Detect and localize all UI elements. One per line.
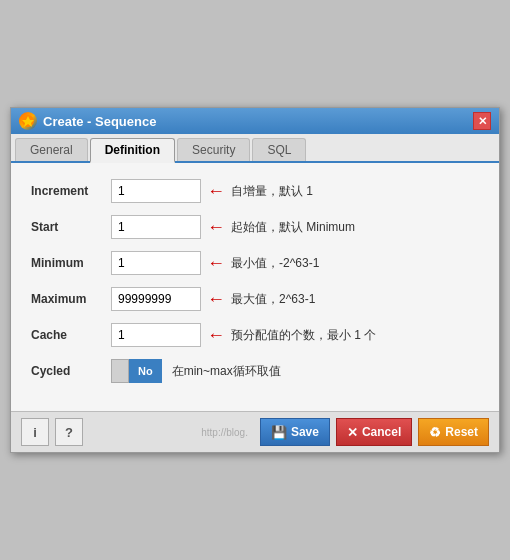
reset-label: Reset xyxy=(445,425,478,439)
dialog: Create - Sequence ✕ General Definition S… xyxy=(10,107,500,453)
cycled-annotation: 在min~max循环取值 xyxy=(172,363,281,380)
start-input[interactable] xyxy=(111,215,201,239)
cache-input[interactable] xyxy=(111,323,201,347)
minimum-annotation: 最小值，-2^63-1 xyxy=(231,255,319,272)
start-row: Start ← 起始值，默认 Minimum xyxy=(31,215,479,239)
footer: i ? http://blog. 💾 Save ✕ Cancel ♻ Reset xyxy=(11,411,499,452)
increment-row: Increment ← 自增量，默认 1 xyxy=(31,179,479,203)
minimum-input-area: ← 最小值，-2^63-1 xyxy=(111,251,479,275)
cycled-row: Cycled No 在min~max循环取值 xyxy=(31,359,479,383)
cancel-icon: ✕ xyxy=(347,425,358,440)
cycled-input-area: No 在min~max循环取值 xyxy=(111,359,479,383)
app-icon xyxy=(19,112,37,130)
cache-arrow-icon: ← xyxy=(207,325,225,346)
start-label: Start xyxy=(31,220,111,234)
help-button[interactable]: ? xyxy=(55,418,83,446)
maximum-input-area: ← 最大值，2^63-1 xyxy=(111,287,479,311)
increment-input-area: ← 自增量，默认 1 xyxy=(111,179,479,203)
content-area: Increment ← 自增量，默认 1 Start ← 起始值，默认 Mini… xyxy=(11,163,499,411)
minimum-arrow-icon: ← xyxy=(207,253,225,274)
reset-button[interactable]: ♻ Reset xyxy=(418,418,489,446)
tab-definition[interactable]: Definition xyxy=(90,138,175,163)
footer-url: http://blog. xyxy=(201,427,248,438)
save-icon: 💾 xyxy=(271,425,287,440)
cancel-label: Cancel xyxy=(362,425,401,439)
start-arrow-icon: ← xyxy=(207,217,225,238)
cycled-toggle: No xyxy=(111,359,162,383)
cycled-label: Cycled xyxy=(31,364,111,378)
cache-label: Cache xyxy=(31,328,111,342)
maximum-input[interactable] xyxy=(111,287,201,311)
cycled-no-button[interactable]: No xyxy=(129,359,162,383)
dialog-title: Create - Sequence xyxy=(43,114,473,129)
cancel-button[interactable]: ✕ Cancel xyxy=(336,418,412,446)
cache-annotation: 预分配值的个数，最小 1 个 xyxy=(231,327,376,344)
save-label: Save xyxy=(291,425,319,439)
cache-row: Cache ← 预分配值的个数，最小 1 个 xyxy=(31,323,479,347)
start-input-area: ← 起始值，默认 Minimum xyxy=(111,215,479,239)
minimum-input[interactable] xyxy=(111,251,201,275)
cache-input-area: ← 预分配值的个数，最小 1 个 xyxy=(111,323,479,347)
increment-annotation: 自增量，默认 1 xyxy=(231,183,313,200)
maximum-annotation: 最大值，2^63-1 xyxy=(231,291,315,308)
title-bar: Create - Sequence ✕ xyxy=(11,108,499,134)
minimum-label: Minimum xyxy=(31,256,111,270)
close-button[interactable]: ✕ xyxy=(473,112,491,130)
increment-arrow-icon: ← xyxy=(207,181,225,202)
info-button[interactable]: i xyxy=(21,418,49,446)
save-button[interactable]: 💾 Save xyxy=(260,418,330,446)
tabs-bar: General Definition Security SQL xyxy=(11,134,499,163)
reset-icon: ♻ xyxy=(429,425,441,440)
maximum-arrow-icon: ← xyxy=(207,289,225,310)
cycled-yes-button[interactable] xyxy=(111,359,129,383)
tab-security[interactable]: Security xyxy=(177,138,250,161)
tab-sql[interactable]: SQL xyxy=(252,138,306,161)
maximum-row: Maximum ← 最大值，2^63-1 xyxy=(31,287,479,311)
tab-general[interactable]: General xyxy=(15,138,88,161)
increment-label: Increment xyxy=(31,184,111,198)
increment-input[interactable] xyxy=(111,179,201,203)
maximum-label: Maximum xyxy=(31,292,111,306)
start-annotation: 起始值，默认 Minimum xyxy=(231,219,355,236)
minimum-row: Minimum ← 最小值，-2^63-1 xyxy=(31,251,479,275)
